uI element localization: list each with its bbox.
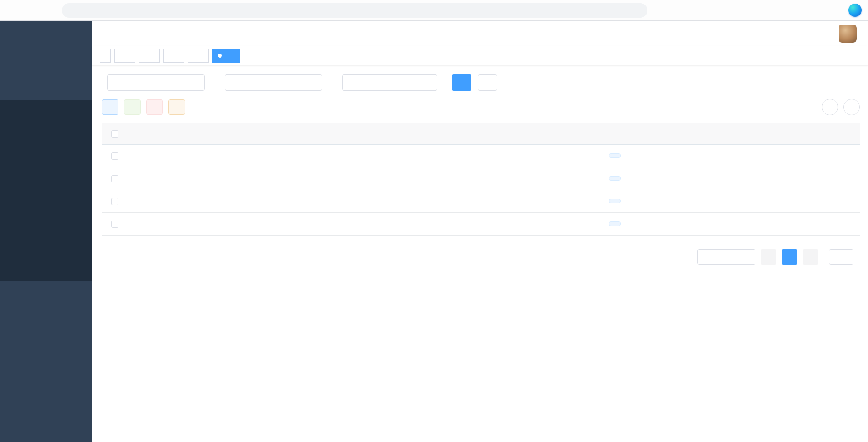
- column-post-name: [353, 123, 480, 144]
- sidebar-item-bbs[interactable]: [0, 332, 92, 358]
- tab-post-management[interactable]: [212, 49, 240, 63]
- favorites-button[interactable]: [769, 2, 786, 19]
- toggle-search-button[interactable]: [822, 99, 838, 115]
- fullscreen-button[interactable]: [793, 25, 811, 43]
- saved-passwords-button[interactable]: [652, 2, 669, 19]
- sidebar-item-dictionary-management[interactable]: [0, 213, 92, 236]
- tags-view-bar: [92, 46, 868, 65]
- cell-post-sort: [480, 144, 573, 167]
- browser-profile-button[interactable]: [808, 2, 825, 19]
- user-avatar-button[interactable]: [839, 25, 860, 43]
- sidebar-item-system-monitoring[interactable]: [0, 281, 92, 307]
- cell-post-id: [128, 190, 260, 212]
- cell-post-name: [353, 190, 480, 212]
- column-post-sort: [480, 123, 573, 144]
- browser-settings-button[interactable]: [828, 2, 845, 19]
- browser-toolbar-right: [652, 2, 863, 19]
- select-all-checkbox[interactable]: [111, 130, 118, 138]
- read-aloud-button[interactable]: [672, 2, 689, 19]
- sidebar-item-erp[interactable]: [0, 358, 92, 383]
- header-search-button[interactable]: [731, 25, 749, 43]
- status-select[interactable]: [342, 74, 437, 91]
- cell-checkbox: [102, 190, 128, 212]
- close-tab-icon[interactable]: [196, 52, 203, 59]
- sidebar-item-menu-management[interactable]: [0, 145, 92, 168]
- cell-created-time: [657, 212, 775, 235]
- row-checkbox[interactable]: [111, 152, 118, 160]
- browser-home-button[interactable]: [40, 2, 57, 19]
- sidebar-item-yi-framework[interactable]: [0, 383, 92, 408]
- add-favorite-button[interactable]: [711, 2, 728, 19]
- column-status: [573, 123, 657, 144]
- table-header-row: [102, 123, 860, 144]
- cell-post-id: [128, 167, 260, 190]
- sidebar-item-role-management[interactable]: [0, 123, 92, 145]
- zoom-button[interactable]: [691, 2, 708, 19]
- close-tab-icon[interactable]: [228, 52, 235, 59]
- column-post-code: [260, 123, 353, 144]
- table-row: [102, 212, 860, 235]
- cell-post-sort: [480, 190, 573, 212]
- post-code-input[interactable]: [107, 74, 205, 91]
- row-checkbox[interactable]: [111, 198, 118, 205]
- cell-status: [573, 212, 657, 235]
- column-actions: [775, 123, 860, 144]
- cell-created-time: [657, 167, 775, 190]
- collections-button[interactable]: [789, 2, 806, 19]
- copilot-icon: [848, 4, 862, 17]
- close-tab-icon[interactable]: [123, 52, 130, 59]
- row-checkbox[interactable]: [111, 221, 118, 228]
- sidebar-item-system-tools[interactable]: [0, 307, 92, 332]
- sidebar: [0, 21, 92, 442]
- cell-checkbox: [102, 144, 128, 167]
- cell-actions: [775, 212, 860, 235]
- sidebar-item-parameter-settings[interactable]: [0, 236, 92, 259]
- refresh-table-button[interactable]: [843, 99, 860, 115]
- close-tab-icon[interactable]: [172, 52, 179, 59]
- page-goto-input[interactable]: [829, 249, 853, 265]
- edit-button[interactable]: [124, 99, 141, 115]
- sidebar-item-post-management[interactable]: [0, 191, 92, 213]
- header-actions: [731, 25, 860, 43]
- post-name-input[interactable]: [225, 74, 322, 91]
- help-button[interactable]: [772, 25, 790, 43]
- sidebar-item-department-management[interactable]: [0, 168, 92, 191]
- tab-menu-management[interactable]: [163, 49, 184, 63]
- github-button[interactable]: [751, 25, 770, 43]
- search-button[interactable]: [452, 74, 471, 91]
- tab-user-management[interactable]: [114, 49, 135, 63]
- extensions-button[interactable]: [730, 2, 747, 19]
- header-checkbox-cell: [102, 123, 128, 144]
- reset-button[interactable]: [478, 74, 497, 91]
- prev-page-button[interactable]: [761, 249, 776, 265]
- page-number-button[interactable]: [782, 249, 797, 265]
- table-utility-buttons: [822, 99, 860, 115]
- row-checkbox[interactable]: [111, 175, 118, 182]
- sidebar-item-system-management[interactable]: [0, 74, 92, 100]
- browser-refresh-button[interactable]: [23, 2, 40, 19]
- filter-form: [102, 74, 860, 91]
- copilot-button[interactable]: [847, 2, 863, 19]
- font-size-button[interactable]: [814, 25, 832, 43]
- close-tab-icon[interactable]: [147, 52, 154, 59]
- status-badge: [609, 221, 621, 226]
- tab-role-management[interactable]: [139, 49, 160, 63]
- cell-post-sort: [480, 167, 573, 190]
- next-page-button[interactable]: [803, 249, 818, 265]
- browser-back-button[interactable]: [5, 2, 23, 19]
- sidebar-item-log-management[interactable]: [0, 259, 92, 281]
- sidebar-item-user-management[interactable]: [0, 100, 92, 123]
- app-frame: [0, 21, 868, 442]
- split-screen-button[interactable]: [750, 2, 767, 19]
- address-bar[interactable]: [62, 3, 647, 18]
- tab-home[interactable]: [100, 49, 111, 63]
- tab-department-management[interactable]: [188, 49, 209, 63]
- page-size-select[interactable]: [697, 249, 755, 265]
- filter-post-code: [102, 74, 205, 91]
- cell-checkbox: [102, 212, 128, 235]
- add-button[interactable]: [102, 99, 118, 115]
- delete-button[interactable]: [146, 99, 163, 115]
- sidebar-item-home[interactable]: [0, 49, 92, 74]
- status-badge: [609, 199, 621, 203]
- export-button[interactable]: [168, 99, 185, 115]
